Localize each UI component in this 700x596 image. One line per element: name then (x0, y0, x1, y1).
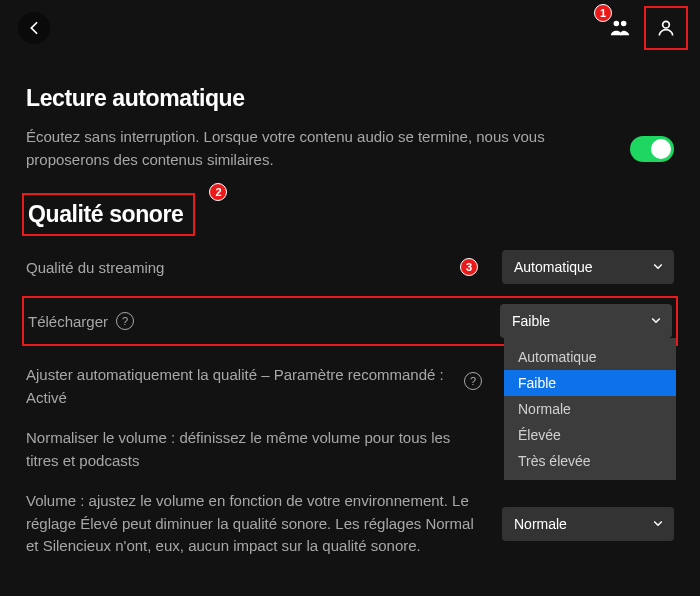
option-faible[interactable]: Faible (504, 370, 676, 396)
back-button[interactable] (18, 12, 50, 44)
autoplay-title: Lecture automatique (26, 85, 674, 112)
autoplay-description: Écoutez sans interruption. Lorsque votre… (26, 126, 610, 171)
auto-adjust-label: Ajuster automatiquement la qualité – Par… (26, 364, 456, 409)
svg-point-0 (614, 20, 620, 26)
quality-title: Qualité sonore (28, 201, 183, 228)
friends-icon (609, 17, 631, 39)
chevron-left-icon (27, 21, 41, 35)
option-normale[interactable]: Normale (504, 396, 676, 422)
volume-label: Volume : ajustez le volume en fonction d… (26, 490, 482, 558)
help-icon[interactable]: ? (464, 372, 482, 390)
chevron-down-icon (652, 259, 664, 275)
autoplay-toggle[interactable] (630, 136, 674, 162)
chevron-down-icon (652, 516, 664, 532)
streaming-quality-label: Qualité du streaming (26, 259, 164, 276)
streaming-quality-value: Automatique (514, 259, 593, 275)
download-quality-menu: Automatique Faible Normale Élevée Très é… (504, 338, 676, 480)
download-quality-value: Faible (512, 313, 550, 329)
download-quality-label: Télécharger (28, 313, 108, 330)
option-tres-elevee[interactable]: Très élevée (504, 448, 676, 474)
volume-value: Normale (514, 516, 567, 532)
streaming-quality-dropdown[interactable]: Automatique (502, 250, 674, 284)
volume-dropdown[interactable]: Normale (502, 507, 674, 541)
user-icon (656, 18, 676, 38)
chevron-down-icon (650, 313, 662, 329)
help-icon[interactable]: ? (116, 312, 134, 330)
annotation-badge-2: 2 (209, 183, 227, 201)
annotation-badge-1: 1 (594, 4, 612, 22)
svg-point-1 (621, 20, 627, 26)
profile-button[interactable] (644, 6, 688, 50)
normalize-label: Normaliser le volume : définissez le mêm… (26, 427, 482, 472)
annotation-badge-3: 3 (460, 258, 478, 276)
svg-point-2 (663, 21, 670, 28)
toggle-knob (651, 139, 671, 159)
download-quality-dropdown[interactable]: Faible (500, 304, 672, 338)
friends-activity-button[interactable]: 1 (600, 8, 640, 48)
option-elevee[interactable]: Élevée (504, 422, 676, 448)
option-automatique[interactable]: Automatique (504, 344, 676, 370)
